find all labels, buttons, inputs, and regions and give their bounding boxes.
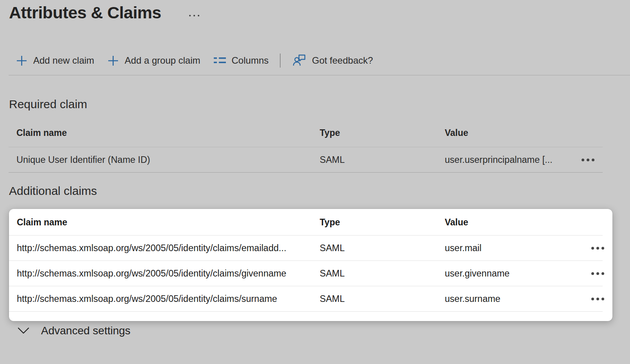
additional-claims-heading: Additional claims <box>9 184 97 198</box>
attributes-claims-blade: Attributes & Claims Add new claim Add a … <box>0 0 630 364</box>
claim-value-cell: user.mail <box>445 243 591 253</box>
add-group-claim-button[interactable]: Add a group claim <box>107 55 200 67</box>
row-context-menu-button[interactable] <box>591 269 605 278</box>
claim-name-cell: http://schemas.xmlsoap.org/ws/2005/05/id… <box>9 243 320 253</box>
column-header-value: Value <box>445 217 591 228</box>
advanced-settings-label: Advanced settings <box>41 325 131 337</box>
ellipsis-icon <box>601 247 604 250</box>
claim-name-cell: http://schemas.xmlsoap.org/ws/2005/05/id… <box>9 294 320 304</box>
required-table-header: Claim name Type Value <box>9 119 603 147</box>
add-group-claim-label: Add a group claim <box>125 55 200 66</box>
row-context-menu-button[interactable] <box>591 244 605 253</box>
column-header-type: Type <box>320 128 445 138</box>
ellipsis-icon <box>592 159 594 161</box>
claim-name-cell: Unique User Identifier (Name ID) <box>9 155 320 165</box>
claim-value-cell: user.surname <box>445 294 591 304</box>
ellipsis-icon <box>596 272 599 275</box>
ellipsis-icon <box>189 15 191 16</box>
column-header-value: Value <box>445 128 581 138</box>
command-bar: Add new claim Add a group claim Columns <box>16 51 373 70</box>
columns-icon <box>213 55 226 66</box>
table-row-unique-user-identifier[interactable]: Unique User Identifier (Name ID) SAML us… <box>9 147 603 173</box>
required-claim-table: Claim name Type Value Unique User Identi… <box>9 119 603 173</box>
claim-type-cell: SAML <box>320 268 445 279</box>
claim-name-cell: http://schemas.xmlsoap.org/ws/2005/05/id… <box>9 268 320 279</box>
add-new-claim-button[interactable]: Add new claim <box>16 55 94 67</box>
columns-button[interactable]: Columns <box>213 55 269 66</box>
got-feedback-button[interactable]: Got feedback? <box>292 54 373 68</box>
claim-value-cell: user.userprincipalname [... <box>445 155 581 165</box>
plus-icon <box>107 55 119 67</box>
toolbar-divider <box>9 75 630 75</box>
ellipsis-icon <box>591 272 594 275</box>
plus-icon <box>16 55 28 67</box>
column-header-claim-name: Claim name <box>9 128 320 138</box>
claim-type-cell: SAML <box>320 155 445 165</box>
ellipsis-icon <box>582 159 584 161</box>
ellipsis-icon <box>596 247 599 250</box>
columns-label: Columns <box>232 55 269 66</box>
ellipsis-icon <box>591 298 594 300</box>
chevron-down-icon <box>17 327 30 335</box>
page-context-menu-button[interactable] <box>189 15 199 16</box>
claim-value-cell: user.givenname <box>445 268 591 279</box>
table-row-emailaddress-claim[interactable]: http://schemas.xmlsoap.org/ws/2005/05/id… <box>9 236 612 261</box>
ellipsis-icon <box>591 247 594 250</box>
column-header-type: Type <box>320 217 445 228</box>
row-context-menu-button[interactable] <box>591 294 605 303</box>
ellipsis-icon <box>601 272 604 275</box>
page-title: Attributes & Claims <box>9 3 161 22</box>
row-context-menu-button[interactable] <box>581 155 595 164</box>
table-row-surname-claim[interactable]: http://schemas.xmlsoap.org/ws/2005/05/id… <box>9 286 612 312</box>
ellipsis-icon <box>193 15 195 16</box>
additional-table-header: Claim name Type Value <box>9 209 612 236</box>
toolbar-separator <box>280 54 281 68</box>
ellipsis-icon <box>601 298 604 300</box>
table-row-givenname-claim[interactable]: http://schemas.xmlsoap.org/ws/2005/05/id… <box>9 261 612 286</box>
claim-type-cell: SAML <box>320 294 445 304</box>
person-feedback-icon <box>292 54 306 68</box>
add-new-claim-label: Add new claim <box>33 55 94 66</box>
required-claim-heading: Required claim <box>9 98 87 111</box>
ellipsis-icon <box>587 159 589 161</box>
ellipsis-icon <box>596 298 599 300</box>
additional-claims-table: Claim name Type Value http://schemas.xml… <box>9 209 612 321</box>
got-feedback-label: Got feedback? <box>312 55 373 66</box>
ellipsis-icon <box>198 15 199 16</box>
column-header-claim-name: Claim name <box>9 217 320 228</box>
claim-type-cell: SAML <box>320 243 445 253</box>
advanced-settings-toggle[interactable]: Advanced settings <box>17 325 131 337</box>
